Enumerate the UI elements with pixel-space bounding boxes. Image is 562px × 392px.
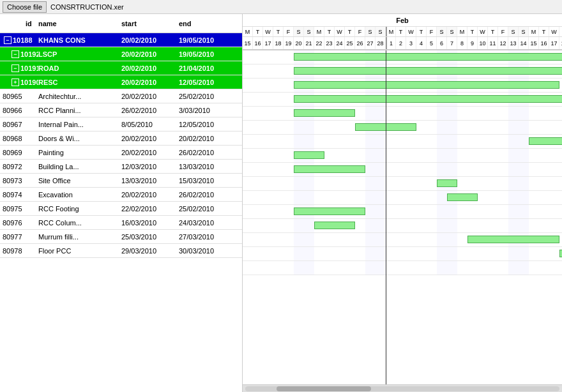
chart-row: [243, 121, 562, 135]
table-row[interactable]: 80975RCC Footing22/02/201025/02/2010: [0, 202, 242, 216]
day-name-cell: W: [478, 27, 488, 36]
table-row[interactable]: +10190RESC20/02/201012/05/2010: [0, 75, 242, 89]
day-name-cell: M: [386, 27, 396, 36]
day-number-cell: 15: [243, 37, 253, 49]
row-name: LSCP: [38, 50, 121, 58]
collapse-icon[interactable]: −: [11, 64, 19, 72]
day-name-cell: M: [243, 27, 253, 36]
day-name-cell: S: [365, 27, 376, 36]
table-row[interactable]: 80972Building La...12/03/201013/03/2010: [0, 160, 242, 174]
table-row[interactable]: 80973Site Office13/03/201015/03/2010: [0, 174, 242, 188]
row-start: 20/02/2010: [121, 191, 179, 199]
table-row[interactable]: 80976RCC Colum...16/03/201024/03/2010: [0, 216, 242, 230]
expand-icon[interactable]: +: [11, 79, 19, 86]
row-end: 26/02/2010: [179, 191, 236, 199]
day-name-cell: T: [396, 27, 406, 36]
row-start: 20/02/2010: [121, 36, 179, 44]
chart-row: [243, 64, 562, 79]
day-name-cell: T: [559, 27, 562, 36]
table-row[interactable]: 80968Doors & Wi...20/02/201020/02/2010: [0, 132, 242, 146]
table-row[interactable]: 80977Murrum filli...25/03/201027/03/2010: [0, 230, 242, 244]
day-name-cell: S: [508, 27, 519, 36]
chart-row: [243, 247, 562, 261]
day-names-row: MTWTFSSMTWTFSSMTWTFSSMTWTFSSMTWTFSSMTWT: [243, 27, 562, 37]
table-row[interactable]: 80974Excavation20/02/201026/02/2010: [0, 188, 242, 202]
row-start: 25/03/2010: [121, 233, 179, 241]
gantt-table: id name start end −10188KHANS CONS20/02/…: [0, 14, 243, 392]
chart-row: [243, 79, 562, 93]
row-start: 8/05/2010: [121, 121, 179, 128]
col-header-end: end: [179, 20, 236, 27]
table-row[interactable]: 80967Internal Pain...8/05/201012/05/2010: [0, 117, 242, 132]
day-number-cell: 23: [324, 37, 335, 49]
day-number-cell: 8: [457, 37, 467, 49]
col-header-start: start: [121, 20, 179, 27]
row-name: RCC Footing: [38, 205, 121, 213]
table-row[interactable]: 80965Architechtur...20/02/201025/02/2010: [0, 89, 242, 103]
row-end: 15/03/2010: [179, 177, 236, 185]
row-name: RCC Planni...: [38, 107, 121, 114]
day-name-cell: S: [447, 27, 457, 36]
month-row: Feb: [243, 14, 562, 27]
day-number-cell: 21: [304, 37, 314, 49]
table-row[interactable]: 80978Floor PCC29/03/201030/03/2010: [0, 244, 242, 258]
chart-row: [243, 191, 562, 205]
row-id: 80972: [3, 163, 22, 170]
gantt-chart: Feb MTWTFSSMTWTFSSMTWTFSSMTWTFSSMTWTFSSM…: [243, 14, 562, 392]
chart-row: [243, 163, 562, 177]
horizontal-scrollbar[interactable]: [243, 384, 562, 392]
chart-row: [243, 93, 562, 107]
row-name: Building La...: [38, 163, 121, 170]
day-number-cell: 24: [335, 37, 345, 49]
day-name-cell: S: [304, 27, 314, 36]
day-number-cell: 9: [467, 37, 478, 49]
table-row[interactable]: −10191ROAD20/02/201021/04/2010: [0, 61, 242, 75]
row-end: 27/03/2010: [179, 233, 236, 241]
table-row[interactable]: 80969Painting20/02/201026/02/2010: [0, 146, 242, 160]
day-number-cell: 1: [386, 37, 396, 49]
choose-file-button[interactable]: Choose file: [3, 1, 47, 13]
gantt-bar: [294, 53, 562, 61]
gantt-bar: [467, 236, 559, 243]
row-id: 80966: [3, 107, 22, 114]
collapse-icon[interactable]: −: [11, 50, 19, 58]
chart-body: [243, 50, 562, 384]
row-end: 12/05/2010: [179, 79, 236, 86]
day-number-cell: 22: [314, 37, 324, 49]
day-name-cell: T: [273, 27, 284, 36]
row-id: 80973: [3, 177, 22, 185]
gantt-bar: [294, 109, 355, 117]
row-name: Site Office: [38, 177, 121, 185]
row-start: 12/03/2010: [121, 163, 179, 170]
row-start: 26/02/2010: [121, 107, 179, 114]
row-id: 80967: [3, 121, 22, 128]
day-name-cell: F: [498, 27, 508, 36]
day-number-cell: 17: [549, 37, 559, 49]
day-name-cell: M: [314, 27, 324, 36]
row-end: 19/05/2010: [179, 36, 236, 44]
collapse-icon[interactable]: −: [4, 36, 11, 44]
table-row[interactable]: −10188KHANS CONS20/02/201019/05/2010: [0, 33, 242, 47]
table-row[interactable]: 80966RCC Planni...26/02/20103/03/2010: [0, 103, 242, 117]
row-start: 20/02/2010: [121, 79, 179, 86]
day-number-cell: 3: [406, 37, 416, 49]
table-header: id name start end: [0, 14, 242, 33]
day-name-cell: T: [253, 27, 263, 36]
row-name: ROAD: [38, 64, 121, 72]
chart-row: [243, 135, 562, 149]
day-name-cell: F: [355, 27, 365, 36]
row-start: 22/02/2010: [121, 205, 179, 213]
day-number-cell: 27: [365, 37, 376, 49]
row-end: 30/03/2010: [179, 247, 236, 255]
day-name-cell: F: [284, 27, 294, 36]
day-number-cell: 7: [447, 37, 457, 49]
row-start: 20/02/2010: [121, 93, 179, 100]
row-id: 80969: [3, 149, 22, 156]
row-id: 10190: [20, 79, 38, 86]
table-row[interactable]: −10192LSCP20/02/201019/05/2010: [0, 47, 242, 61]
gantt-bar: [294, 151, 324, 159]
gantt-bar: [294, 165, 365, 173]
month-label: Feb: [396, 17, 409, 24]
day-number-cell: 19: [284, 37, 294, 49]
row-id: 10191: [20, 64, 38, 72]
